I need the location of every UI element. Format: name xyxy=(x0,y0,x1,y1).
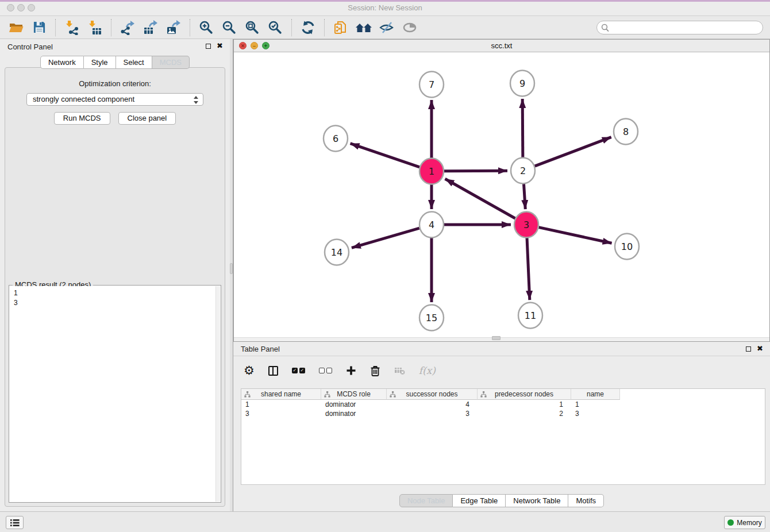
node-3[interactable]: 3 xyxy=(514,212,538,238)
edge-3-10[interactable] xyxy=(538,228,611,244)
main-toolbar xyxy=(0,16,770,39)
save-button[interactable] xyxy=(29,18,49,37)
float-panel-icon[interactable] xyxy=(746,346,751,352)
table-cell[interactable]: dominator xyxy=(321,409,387,418)
table-cell[interactable]: 4 xyxy=(387,400,478,409)
tab-motifs[interactable]: Motifs xyxy=(568,494,604,507)
column-header-successor-nodes[interactable]: successor nodes xyxy=(387,389,478,400)
optimization-criterion-label: Optimization criterion: xyxy=(5,79,225,88)
run-mcds-button[interactable]: Run MCDS xyxy=(54,112,110,125)
edge-4-14[interactable] xyxy=(352,228,419,248)
gear-icon: ⚙ xyxy=(244,365,255,376)
result-scrollbar[interactable] xyxy=(215,286,220,502)
zoom-in-icon xyxy=(199,20,214,35)
table-cell[interactable]: 2 xyxy=(478,409,571,418)
function-builder-button[interactable]: f(x) xyxy=(419,365,436,376)
eye-slash-icon xyxy=(379,21,395,34)
import-table-button[interactable] xyxy=(85,18,105,37)
open-button[interactable] xyxy=(6,18,26,37)
table-cell[interactable]: 3 xyxy=(387,409,478,418)
edge-1-2[interactable] xyxy=(444,171,507,171)
preview-button[interactable] xyxy=(400,18,419,37)
document-share-icon xyxy=(333,20,348,35)
export-network-button[interactable] xyxy=(118,18,137,37)
clone-network-button[interactable] xyxy=(331,18,351,37)
node-6[interactable]: 6 xyxy=(324,126,348,152)
table-settings-button[interactable]: ⚙ xyxy=(244,365,255,376)
close-panel-icon[interactable]: ✖ xyxy=(217,41,223,51)
deselect-all-button[interactable] xyxy=(319,368,332,373)
tab-network-table[interactable]: Network Table xyxy=(506,494,568,507)
column-header-MCDS-role[interactable]: MCDS role xyxy=(321,389,387,400)
toggle-column-panel-button[interactable] xyxy=(268,366,278,376)
tab-select[interactable]: Select xyxy=(116,56,152,69)
table-cell[interactable]: 3 xyxy=(241,409,321,418)
export-image-button[interactable] xyxy=(164,18,183,37)
task-history-button[interactable] xyxy=(6,516,24,529)
table-cell[interactable]: 1 xyxy=(241,400,321,409)
import-network-button[interactable] xyxy=(62,18,82,37)
node-8[interactable]: 8 xyxy=(614,119,638,145)
search-icon xyxy=(601,24,609,32)
column-header-name[interactable]: name xyxy=(571,389,620,400)
column-header-predecessor-nodes[interactable]: predecessor nodes xyxy=(478,389,571,400)
horizontal-splitter-grip[interactable] xyxy=(492,336,500,340)
splitter-grip[interactable] xyxy=(230,263,233,274)
export-table-button[interactable] xyxy=(141,18,160,37)
table-cell[interactable]: 1 xyxy=(571,400,620,409)
table-row[interactable]: 3dominator323 xyxy=(241,409,765,418)
edge-1-6[interactable] xyxy=(351,144,420,167)
home-button[interactable] xyxy=(354,18,374,37)
node-15[interactable]: 15 xyxy=(419,305,444,331)
delete-column-button[interactable] xyxy=(370,365,380,377)
table-cell[interactable]: 1 xyxy=(478,400,571,409)
zoom-fit-button[interactable] xyxy=(242,18,262,37)
network-canvas[interactable]: 7968124314101511 xyxy=(234,52,769,338)
close-panel-icon[interactable]: ✖ xyxy=(757,344,763,353)
network-window-titlebar: ✕ – + scc.txt xyxy=(234,40,769,52)
delete-table-button[interactable] xyxy=(394,366,405,375)
node-4[interactable]: 4 xyxy=(419,212,444,238)
table-cell[interactable]: 3 xyxy=(571,409,620,418)
column-header-shared-name[interactable]: shared name xyxy=(241,389,321,400)
node-9[interactable]: 9 xyxy=(510,71,534,97)
edge-3-11[interactable] xyxy=(527,237,530,300)
vizmapper-toggle-button[interactable] xyxy=(377,18,396,37)
add-column-button[interactable] xyxy=(346,365,356,376)
criterion-dropdown[interactable]: strongly connected component xyxy=(26,93,203,106)
control-panel-header: Control Panel ✖ xyxy=(0,39,230,54)
zoom-selected-button[interactable] xyxy=(265,18,285,37)
search-input[interactable] xyxy=(612,22,759,33)
toolbar-separator xyxy=(55,19,56,36)
node-14[interactable]: 14 xyxy=(325,240,349,265)
tab-style[interactable]: Style xyxy=(84,56,116,69)
select-all-button[interactable]: ✓ ✓ xyxy=(292,368,305,373)
tab-mcds[interactable]: MCDS xyxy=(152,56,190,69)
tab-edge-table[interactable]: Edge Table xyxy=(453,494,506,507)
close-panel-button[interactable]: Close panel xyxy=(118,112,176,125)
table-row[interactable]: 1dominator411 xyxy=(241,400,765,409)
node-7[interactable]: 7 xyxy=(419,72,444,98)
edge-2-3[interactable] xyxy=(523,183,525,209)
search-field[interactable] xyxy=(596,21,763,34)
edge-2-8[interactable] xyxy=(535,137,611,167)
node-10[interactable]: 10 xyxy=(615,234,639,260)
edge-2-9[interactable] xyxy=(522,99,523,158)
svg-text:4: 4 xyxy=(429,219,434,230)
zoom-in-button[interactable] xyxy=(197,18,216,37)
float-panel-icon[interactable] xyxy=(206,44,211,49)
refresh-button[interactable] xyxy=(298,18,318,37)
node-11[interactable]: 11 xyxy=(518,303,542,329)
node-2[interactable]: 2 xyxy=(511,158,535,184)
network-bottom-splitter[interactable] xyxy=(234,337,769,341)
tab-network[interactable]: Network xyxy=(40,56,84,69)
mcds-result-list[interactable]: 13 xyxy=(10,286,220,502)
list-icon xyxy=(10,519,20,527)
tab-node-table[interactable]: Node Table xyxy=(399,494,453,507)
memory-button[interactable]: Memory xyxy=(724,516,765,529)
table-cell[interactable]: dominator xyxy=(321,400,387,409)
zoom-out-button[interactable] xyxy=(220,18,239,37)
node-1[interactable]: 1 xyxy=(419,159,444,184)
network-graph[interactable]: 7968124314101511 xyxy=(234,52,769,338)
edge-3-1[interactable] xyxy=(445,179,515,218)
